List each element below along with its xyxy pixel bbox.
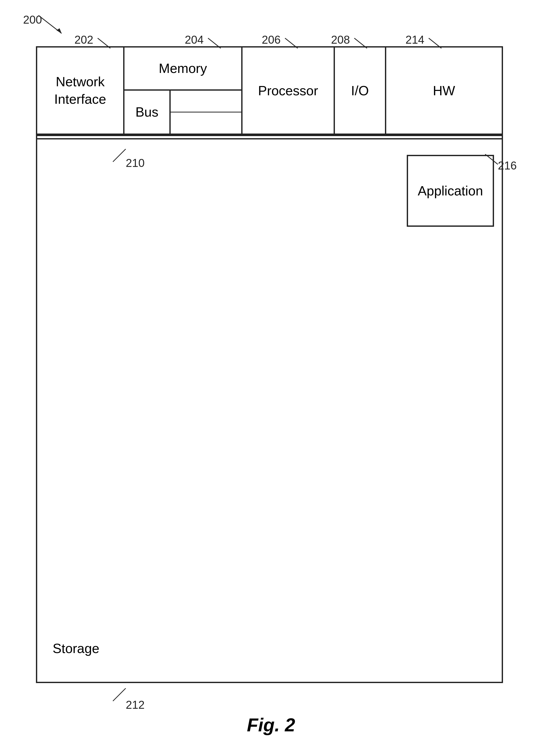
hw-label: HW	[433, 83, 455, 98]
bus-sub-right	[171, 91, 241, 134]
io-label: I/O	[351, 83, 369, 98]
processor-label: Processor	[258, 83, 318, 98]
svg-line-7	[113, 149, 126, 162]
ref-208-label: 208	[331, 33, 350, 46]
tick-212	[110, 688, 131, 704]
hardware-row: Network Interface Memory Bus	[37, 48, 502, 135]
page: 200 202 204 206 208 214 Network In	[0, 0, 542, 756]
application-block: Application	[407, 155, 494, 227]
tick-216	[485, 154, 503, 169]
ref-206-label: 206	[262, 33, 280, 46]
ref-214-label: 214	[405, 33, 424, 46]
arrow-200	[39, 13, 69, 39]
ref-202-label: 202	[74, 33, 93, 46]
memory-label: Memory	[159, 61, 207, 76]
io-block: I/O	[335, 48, 386, 134]
svg-line-8	[113, 688, 126, 701]
double-line-separator	[37, 135, 502, 139]
network-interface-block: Network Interface	[37, 48, 125, 134]
figure-label: Fig. 2	[247, 714, 295, 735]
bus-row: Bus	[125, 91, 241, 134]
software-area: Application Storage	[37, 139, 502, 682]
memory-bus-section: Memory Bus	[125, 48, 243, 134]
bus-block: Bus	[125, 91, 171, 134]
application-label: Application	[418, 183, 483, 199]
svg-line-9	[485, 154, 498, 164]
storage-label: Storage	[53, 641, 99, 656]
main-device-box: Network Interface Memory Bus	[36, 46, 503, 683]
ref-204-label: 204	[185, 33, 204, 46]
network-interface-label: Network Interface	[54, 73, 106, 108]
processor-block: Processor	[243, 48, 335, 134]
hw-block: HW	[386, 48, 502, 134]
bus-sub-inner-2	[171, 112, 241, 134]
bus-sub-inner-1	[171, 91, 241, 112]
svg-marker-1	[56, 28, 62, 33]
memory-block: Memory	[125, 48, 241, 91]
bus-label: Bus	[136, 104, 159, 120]
tick-210	[110, 149, 131, 164]
